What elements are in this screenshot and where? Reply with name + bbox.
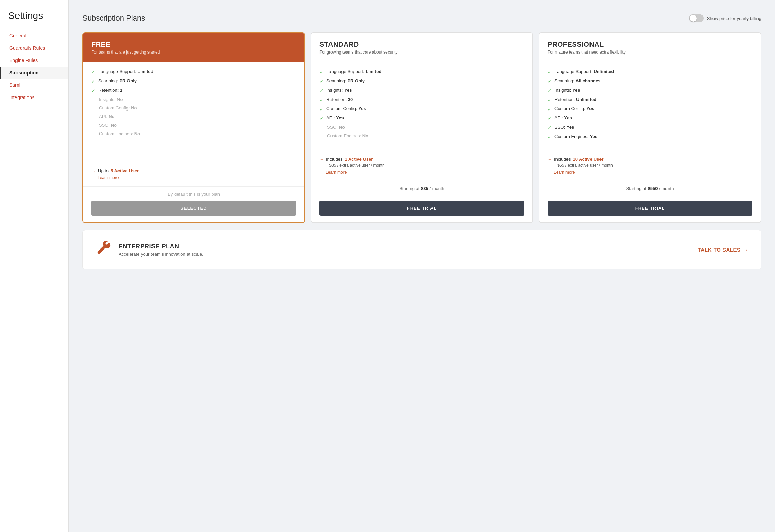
arrow-right-icon: → (548, 157, 552, 162)
feature-language-support: ✓ Language Support: Limited (91, 69, 296, 75)
standard-plan-description: For growing teams that care about securi… (319, 50, 524, 55)
price-value: $35 (421, 186, 428, 191)
selected-button: SELECTED (91, 201, 296, 216)
users-prefix: Up to (98, 168, 109, 173)
free-trial-button-professional[interactable]: FREE TRIAL (548, 201, 752, 216)
page-title: Settings (0, 10, 68, 30)
standard-plan-name: STANDARD (319, 41, 524, 48)
feature-api: API: No (91, 114, 296, 119)
sidebar-item-guardrails[interactable]: Guardrails Rules (0, 42, 68, 54)
pricing-text: Starting at (626, 186, 647, 191)
extra-cost-text: + $55 / extra active user / month (554, 163, 752, 168)
section-header: Subscription Plans Show price for yearly… (82, 14, 761, 23)
check-icon: ✓ (319, 116, 324, 121)
check-icon: ✓ (548, 97, 552, 103)
arrow-right-icon: → (319, 157, 324, 162)
enterprise-name: ENTERPRISE PLAN (119, 243, 691, 250)
check-icon: ✓ (319, 106, 324, 112)
feature-sso: SSO: No (91, 123, 296, 128)
feature-language-support: ✓ Language Support: Limited (319, 69, 524, 75)
free-plan-description: For teams that are just getting started (91, 50, 296, 55)
enterprise-description: Accelerate your team's innovation at sca… (119, 252, 691, 257)
users-prefix: Includes (326, 157, 342, 162)
free-plan-cta: By default this is your plan SELECTED (83, 187, 304, 222)
check-icon: ✓ (548, 106, 552, 112)
feature-language-support: ✓ Language Support: Unlimited (548, 69, 752, 75)
users-line: → Up to 5 Active User (91, 168, 296, 173)
enterprise-section: ENTERPRISE PLAN Accelerate your team's i… (82, 230, 761, 269)
active-users-count: 5 Active User (111, 168, 139, 173)
sidebar-item-saml[interactable]: Saml (0, 79, 68, 91)
sidebar-item-integrations[interactable]: Integrations (0, 91, 68, 104)
check-icon: ✓ (319, 79, 324, 84)
feature-scanning: ✓ Scanning: PR Only (319, 78, 524, 84)
check-icon: ✓ (548, 125, 552, 130)
toggle-switch[interactable] (689, 14, 704, 22)
check-icon: ✓ (91, 69, 96, 75)
professional-plan-header: PROFESSIONAL For mature teams that need … (539, 33, 761, 62)
feature-sso: SSO: No (319, 125, 524, 130)
yearly-billing-toggle[interactable]: Show price for yearly billing (689, 14, 761, 22)
standard-plan-cta: FREE TRIAL (311, 196, 532, 222)
sidebar-item-engine[interactable]: Engine Rules (0, 54, 68, 67)
section-title: Subscription Plans (82, 14, 145, 23)
talk-to-sales-button[interactable]: TALK TO SALES → (698, 247, 749, 253)
feature-retention: ✓ Retention: 1 (91, 88, 296, 93)
feature-custom-config: Custom Config: No (91, 105, 296, 111)
free-plan-header: FREE For teams that are just getting sta… (83, 33, 304, 62)
plan-card-free: FREE For teams that are just getting sta… (82, 32, 305, 223)
feature-api: ✓ API: Yes (319, 115, 524, 121)
feature-scanning: ✓ Scanning: All changes (548, 78, 752, 84)
feature-custom-engines: Custom Engines: No (319, 133, 524, 138)
feature-retention: ✓ Retention: 30 (319, 97, 524, 103)
feature-api: ✓ API: Yes (548, 115, 752, 121)
learn-more-link-standard[interactable]: Learn more (326, 170, 347, 175)
extra-cost-text: + $35 / extra active user / month (326, 163, 524, 168)
default-plan-text: By default this is your plan (91, 192, 296, 197)
users-line: → Includes 10 Active User (548, 157, 752, 162)
professional-plan-features: ✓ Language Support: Unlimited ✓ Scanning… (539, 62, 761, 150)
sidebar-item-general[interactable]: General (0, 30, 68, 42)
arrow-right-icon: → (91, 168, 96, 173)
feature-retention: ✓ Retention: Unlimited (548, 97, 752, 103)
professional-plan-name: PROFESSIONAL (548, 41, 752, 48)
standard-plan-header: STANDARD For growing teams that care abo… (311, 33, 532, 62)
active-users-count: 1 Active User (345, 157, 373, 162)
plans-grid: FREE For teams that are just getting sta… (82, 32, 761, 223)
feature-custom-engines: Custom Engines: No (91, 131, 296, 136)
feature-custom-engines: ✓ Custom Engines: Yes (548, 134, 752, 140)
yearly-toggle-label: Show price for yearly billing (707, 16, 761, 21)
free-plan-users: → Up to 5 Active User Learn more (83, 162, 304, 187)
check-icon: ✓ (319, 88, 324, 93)
professional-plan-cta: FREE TRIAL (539, 196, 761, 222)
check-icon: ✓ (319, 69, 324, 75)
learn-more-link-free[interactable]: Learn more (98, 175, 119, 180)
plan-card-professional: PROFESSIONAL For mature teams that need … (539, 32, 761, 223)
price-value: $550 (648, 186, 658, 191)
price-suffix: / month (429, 186, 444, 191)
feature-insights: ✓ Insights: Yes (548, 88, 752, 93)
users-line: → Includes 1 Active User (319, 157, 524, 162)
app-layout: Settings General Guardrails Rules Engine… (0, 0, 775, 532)
sidebar: Settings General Guardrails Rules Engine… (0, 0, 69, 532)
check-icon: ✓ (91, 88, 96, 93)
professional-plan-pricing: Starting at $550 / month (539, 181, 761, 196)
check-icon: ✓ (548, 116, 552, 121)
feature-custom-config: ✓ Custom Config: Yes (548, 106, 752, 112)
feature-sso: ✓ SSO: Yes (548, 125, 752, 130)
free-trial-button-standard[interactable]: FREE TRIAL (319, 201, 524, 216)
sidebar-item-subscription[interactable]: Subscription (0, 67, 68, 79)
feature-custom-config: ✓ Custom Config: Yes (319, 106, 524, 112)
feature-insights: Insights: No (91, 97, 296, 102)
free-plan-features: ✓ Language Support: Limited ✓ Scanning: … (83, 62, 304, 162)
learn-more-link-professional[interactable]: Learn more (554, 170, 575, 175)
users-prefix: Includes (554, 157, 571, 162)
standard-plan-pricing: Starting at $35 / month (311, 181, 532, 196)
professional-plan-users: → Includes 10 Active User + $55 / extra … (539, 150, 761, 181)
main-content: Subscription Plans Show price for yearly… (69, 0, 775, 532)
standard-plan-features: ✓ Language Support: Limited ✓ Scanning: … (311, 62, 532, 150)
price-suffix: / month (659, 186, 674, 191)
check-icon: ✓ (548, 88, 552, 93)
wrench-icon (95, 240, 112, 259)
check-icon: ✓ (548, 69, 552, 75)
